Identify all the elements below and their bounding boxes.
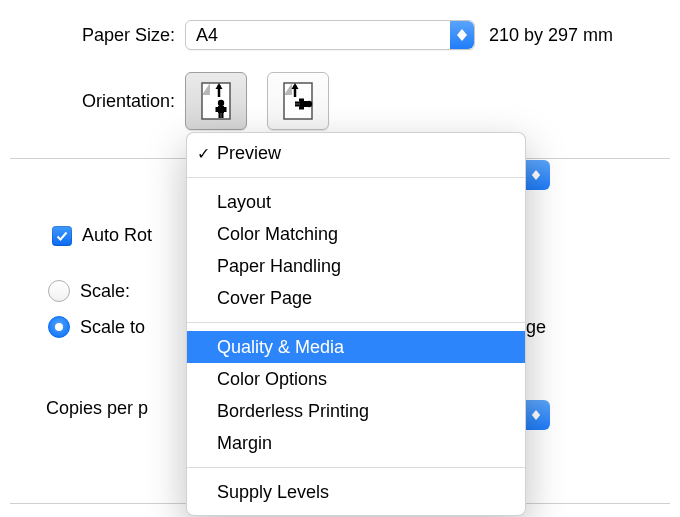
menu-separator — [187, 322, 525, 323]
svg-rect-10 — [219, 113, 221, 118]
paper-size-select[interactable]: A4 — [185, 20, 475, 50]
menu-separator — [187, 177, 525, 178]
scale-radio[interactable] — [48, 280, 70, 302]
svg-rect-20 — [295, 102, 300, 104]
updown-icon — [450, 21, 474, 49]
menu-item-color-matching[interactable]: Color Matching — [187, 218, 525, 250]
paper-dimensions: 210 by 297 mm — [489, 25, 613, 46]
svg-rect-9 — [224, 107, 227, 112]
menu-item-color-options[interactable]: Color Options — [187, 363, 525, 395]
menu-item-supply-levels[interactable]: Supply Levels — [187, 476, 525, 508]
menu-item-margin[interactable]: Margin — [187, 427, 525, 459]
copies-select[interactable] — [522, 400, 550, 430]
menu-item-cover-page[interactable]: Cover Page — [187, 282, 525, 314]
svg-rect-18 — [299, 99, 304, 102]
options-popup-menu: ✓ Preview Layout Color Matching Paper Ha… — [186, 132, 526, 516]
menu-item-borderless[interactable]: Borderless Printing — [187, 395, 525, 427]
auto-rotate-checkbox[interactable] — [52, 226, 72, 246]
paper-size-value: A4 — [196, 25, 218, 46]
orientation-portrait-button[interactable] — [185, 72, 247, 130]
menu-item-layout[interactable]: Layout — [187, 186, 525, 218]
scale-label: Scale: — [80, 281, 130, 302]
svg-rect-19 — [299, 107, 304, 110]
svg-rect-11 — [221, 113, 223, 118]
svg-rect-21 — [295, 104, 300, 106]
preview-select[interactable] — [522, 160, 550, 190]
svg-rect-17 — [300, 101, 307, 107]
orientation-label: Orientation: — [0, 91, 185, 112]
svg-marker-25 — [532, 415, 540, 420]
scale-to-fit-label: Scale to — [80, 317, 145, 338]
menu-item-paper-handling[interactable]: Paper Handling — [187, 250, 525, 282]
orientation-landscape-button[interactable] — [267, 72, 329, 130]
scale-to-fit-suffix: ge — [526, 317, 546, 338]
auto-rotate-label: Auto Rot — [82, 225, 152, 246]
scale-to-fit-radio[interactable] — [48, 316, 70, 338]
menu-separator — [187, 467, 525, 468]
svg-point-6 — [218, 100, 224, 106]
svg-rect-7 — [218, 106, 224, 113]
svg-marker-23 — [532, 175, 540, 180]
check-icon: ✓ — [197, 144, 210, 163]
svg-rect-8 — [216, 107, 219, 112]
menu-item-quality-media[interactable]: Quality & Media — [187, 331, 525, 363]
menu-item-preview[interactable]: ✓ Preview — [187, 137, 525, 169]
svg-marker-1 — [457, 35, 467, 41]
paper-size-label: Paper Size: — [0, 25, 185, 46]
copies-label: Copies per p — [46, 398, 148, 419]
